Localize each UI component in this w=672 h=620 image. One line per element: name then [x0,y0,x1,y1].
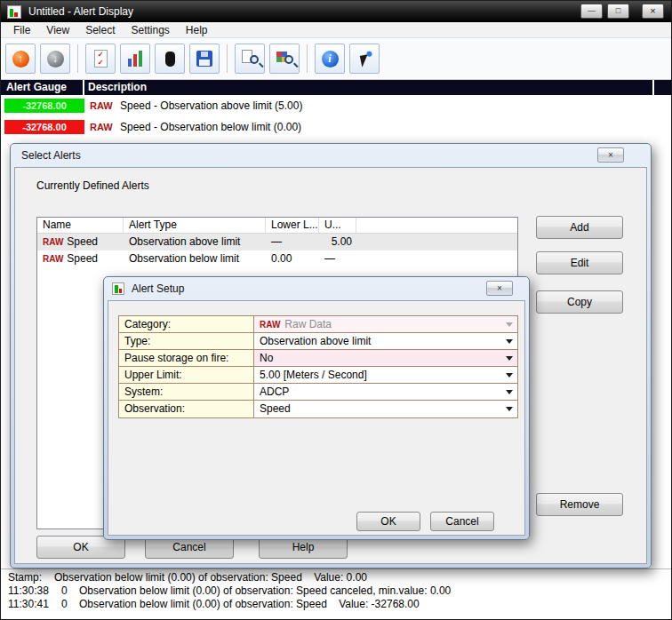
cell-upper-limit: 5.00 [319,234,356,250]
chart-button[interactable] [120,44,150,74]
print-preview-button[interactable] [235,44,265,74]
alert-list-button[interactable]: ✓✓ [85,44,116,74]
upper-limit-dropdown[interactable]: 5.00 [Meters / Second] [254,367,517,383]
col-upper-limit[interactable]: U... [319,218,356,233]
mouse-button[interactable] [155,44,185,74]
field-row-category: Category: RAWRaw Data [119,316,517,333]
type-dropdown[interactable]: Observation above limit [254,333,517,349]
alert-description: Speed - Observation below limit (0.00) [120,121,301,133]
minimize-button[interactable]: — [580,4,603,19]
col-name[interactable]: Name [37,218,124,233]
log-message: Observation below limit (0.00) of observ… [54,571,367,584]
field-row-type: Type: Observation above limit [119,333,517,350]
select-alerts-titlebar[interactable]: Select Alerts × [14,144,647,167]
menu-item-help[interactable]: Help [178,23,216,37]
gauge-value-badge: -32768.00 [4,120,84,134]
log-time: 11:30:38 [8,584,49,598]
copy-button[interactable]: Copy [536,290,623,314]
pause-storage-value: No [260,352,273,364]
raise-alert-button[interactable]: ↑ [5,44,36,74]
info-button[interactable]: i [315,44,345,74]
menu-item-settings[interactable]: Settings [124,23,178,37]
zoom-button[interactable] [269,44,300,74]
add-button[interactable]: Add [536,216,623,239]
cell-name: RAWSpeed [37,234,124,250]
mouse-icon [165,52,175,67]
save-button[interactable] [189,44,220,74]
alert-description: Speed - Observation above limit (5.00) [120,99,302,112]
toolbar-separator [307,44,308,73]
print-preview-icon [241,50,260,68]
cell-upper-limit: — [319,250,356,267]
alert-list-row[interactable]: RAWSpeed Observation above limit — 5.00 [37,234,517,250]
pause-storage-dropdown[interactable]: No [254,350,517,366]
header-alert-gauge: Alert Gauge [6,81,67,93]
help-cursor-icon [359,54,370,68]
menu-item-view[interactable]: View [38,23,77,37]
log-line: Stamp: Observation below limit (0.00) of… [1,571,671,584]
cell-name: RAWSpeed [37,250,124,267]
field-row-upper-limit: Upper Limit: 5.00 [Meters / Second] [119,367,517,384]
ok-button[interactable]: OK [356,512,420,531]
raw-category-tag: RAW [260,320,280,330]
section-label: Currently Defined Alerts [36,179,149,192]
toolbar: ↑ ↓ ✓✓ i [1,38,671,80]
raw-category-tag: RAW [90,100,113,111]
header-gap [652,80,654,95]
alert-setup-icon [112,282,124,295]
close-icon[interactable]: × [597,147,624,163]
alert-setup-body: Category: RAWRaw Data Type: Observation … [108,300,525,536]
maximize-button[interactable]: □ [607,4,629,19]
app-icon [7,5,21,19]
field-label: System: [119,384,254,400]
field-row-system: System: ADCP [119,384,517,401]
alert-setup-titlebar[interactable]: Alert Setup × [108,277,525,300]
log-code: 0 [61,584,68,598]
edit-button[interactable]: Edit [536,251,623,274]
log-message: Observation below limit (0.00) of observ… [79,584,451,598]
alert-display-window: Untitled - Alert Display — □ × File View… [0,0,672,620]
field-label: Type: [119,333,254,349]
raw-category-tag: RAW [90,122,113,132]
chevron-down-icon [506,373,513,378]
menu-item-file[interactable]: File [5,23,38,37]
column-resize-divider[interactable] [83,80,84,95]
system-dropdown[interactable]: ADCP [254,384,517,400]
context-help-button[interactable] [349,44,380,74]
log-line: 11:30:41 0 Observation below limit (0.00… [1,598,671,611]
log-line: 11:30:38 0 Observation below limit (0.00… [1,584,671,598]
cancel-button[interactable]: Cancel [430,512,494,531]
header-description: Description [88,81,147,93]
cell-alert-type: Observation below limit [124,250,266,267]
chevron-down-icon [506,407,513,411]
close-icon[interactable]: × [486,281,513,296]
chevron-down-icon [506,339,513,344]
col-alert-type[interactable]: Alert Type [124,218,266,233]
observation-value: Speed [260,402,291,415]
lower-alert-button[interactable]: ↓ [40,44,70,74]
alert-list-row[interactable]: RAWSpeed Observation below limit 0.00 — [37,250,517,267]
title-bar[interactable]: Untitled - Alert Display — □ × [1,1,671,22]
menu-bar: File View Select Settings Help [1,22,671,38]
close-button[interactable]: × [642,4,664,19]
category-dropdown[interactable]: RAWRaw Data [254,316,517,332]
remove-button[interactable]: Remove [536,493,623,516]
save-icon [196,51,212,67]
dialog-title: Alert Setup [132,282,184,295]
alert-gauge-row[interactable]: -32768.00 RAW Speed - Observation below … [1,116,671,138]
alert-name: Speed [67,252,98,265]
check-marks: ✓✓ [96,51,105,67]
log-message: Observation below limit (0.00) of observ… [79,598,420,611]
field-label: Observation: [119,401,254,417]
type-value: Observation above limit [260,335,371,347]
alert-setup-dialog: Alert Setup × Category: RAWRaw Data Type… [103,276,530,540]
menu-item-select[interactable]: Select [77,23,123,37]
log-code: 0 [61,598,68,611]
field-label: Pause storage on fire: [119,350,254,366]
col-lower-limit[interactable]: Lower L... [266,218,319,233]
system-value: ADCP [260,386,289,398]
field-row-pause-storage: Pause storage on fire: No [119,350,517,367]
alert-gauge-row[interactable]: -32768.00 RAW Speed - Observation above … [1,95,671,116]
raw-category-tag: RAW [43,237,63,247]
observation-dropdown[interactable]: Speed [254,401,517,417]
